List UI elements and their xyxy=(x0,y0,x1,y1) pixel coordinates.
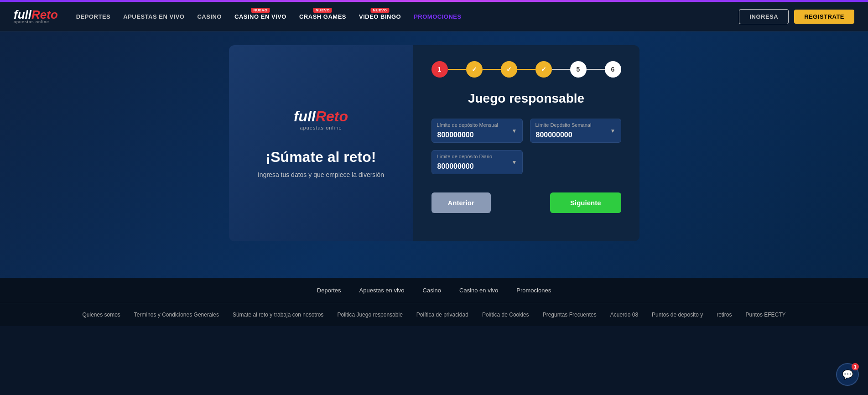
chat-button[interactable]: 1 💬 xyxy=(836,363,859,386)
footer-politica-cookies[interactable]: Política de Cookies xyxy=(482,312,529,318)
panel-logo-sub: apuestas online xyxy=(294,125,348,130)
video-bingo-badge: NUEVO xyxy=(371,8,390,13)
form-group-semanal: Límite Depósito Semanal 800000000 ▼ xyxy=(530,119,621,143)
footer-quienes[interactable]: Quienes somos xyxy=(82,312,120,318)
deposito-mensual-select[interactable]: 800000000 xyxy=(431,119,523,143)
registrate-button[interactable]: REGISTRATE xyxy=(794,10,854,24)
form-group-mensual: Límite de depósito Mensual 800000000 ▼ xyxy=(431,119,523,143)
step-4-check: ✓ xyxy=(541,66,546,73)
footer-puntos-efecty[interactable]: Puntos EFECTY xyxy=(746,312,786,318)
footer-terminos[interactable]: Terminos y Condiciones Generales xyxy=(134,312,219,318)
step-2: ✓ xyxy=(466,61,483,78)
footer-puntos-deposito[interactable]: Puntos de deposito y xyxy=(652,312,703,318)
content-wrapper: fullReto apuestas online ¡Súmate al reto… xyxy=(229,45,639,241)
footer-link-deportes[interactable]: Deportes xyxy=(317,287,341,294)
step-2-check: ✓ xyxy=(472,66,477,73)
footer-acuerdo[interactable]: Acuerdo 08 xyxy=(610,312,638,318)
anterior-button[interactable]: Anterior xyxy=(431,192,491,213)
step-4: ✓ xyxy=(535,61,552,78)
footer-politica-juego[interactable]: Politica Juego responsable xyxy=(337,312,402,318)
deposito-diario-select[interactable]: 800000000 xyxy=(431,150,523,174)
panel-logo-full: full xyxy=(294,108,316,125)
crash-games-badge: NUEVO xyxy=(313,8,332,13)
chat-icon: 💬 xyxy=(842,369,853,380)
nav-item-deportes[interactable]: DEPORTES xyxy=(76,13,111,20)
form-row-1: Límite de depósito Mensual 800000000 ▼ L… xyxy=(431,119,621,143)
step-5: 5 xyxy=(570,61,587,78)
right-panel: 1 ✓ ✓ ✓ 5 6 Juego responsable xyxy=(413,45,639,241)
footer-bottom-links: Quienes somos Terminos y Condiciones Gen… xyxy=(0,303,868,326)
header: fullReto apuestas online DEPORTES APUEST… xyxy=(0,2,868,31)
footer-politica-privacidad[interactable]: Política de privacidad xyxy=(416,312,468,318)
steps-container: 1 ✓ ✓ ✓ 5 6 xyxy=(431,61,621,78)
casino-en-vivo-badge: NUEVO xyxy=(251,8,270,13)
header-buttons: INGRESA REGISTRATE xyxy=(739,9,854,24)
nav-item-casino[interactable]: CASINO xyxy=(197,13,222,20)
form-title: Juego responsable xyxy=(431,91,621,106)
main-nav: DEPORTES APUESTAS EN VIVO CASINO NUEVO C… xyxy=(76,13,739,20)
footer-link-promociones[interactable]: Promociones xyxy=(516,287,551,294)
form-row-2: Límite de depósito Diario 800000000 ▼ xyxy=(431,150,621,174)
logo[interactable]: fullReto apuestas online xyxy=(14,9,58,24)
panel-subtitle: Ingresa tus datos y que empiece la diver… xyxy=(258,171,384,178)
step-line-5-6 xyxy=(587,69,605,70)
footer-link-casino[interactable]: Casino xyxy=(423,287,441,294)
form-buttons: Anterior Siguiente xyxy=(431,192,621,213)
nav-item-casino-en-vivo[interactable]: NUEVO CASINO EN VIVO xyxy=(234,13,286,20)
step-3: ✓ xyxy=(501,61,517,78)
panel-logo-reto: Reto xyxy=(316,108,348,125)
form-group-diario: Límite de depósito Diario 800000000 ▼ xyxy=(431,150,523,174)
main-content: fullReto apuestas online ¡Súmate al reto… xyxy=(0,31,868,278)
panel-logo: fullReto apuestas online xyxy=(294,108,348,130)
footer-link-apuestas[interactable]: Apuestas en vivo xyxy=(359,287,405,294)
nav-item-apuestas-en-vivo[interactable]: APUESTAS EN VIVO xyxy=(123,13,184,20)
deposito-semanal-select[interactable]: 800000000 xyxy=(530,119,621,143)
chat-badge: 1 xyxy=(852,363,859,370)
nav-item-video-bingo[interactable]: NUEVO VIDEO BINGO xyxy=(359,13,401,20)
step-line-3-4 xyxy=(517,69,535,70)
footer-link-casino-vivo[interactable]: Casino en vivo xyxy=(459,287,498,294)
step-line-2-3 xyxy=(483,69,501,70)
step-line-1-2 xyxy=(448,69,466,70)
ingresa-button[interactable]: INGRESA xyxy=(739,9,789,24)
nav-item-promociones[interactable]: PROMOCIONES xyxy=(414,13,461,20)
step-3-check: ✓ xyxy=(506,66,512,73)
footer-sumate[interactable]: Súmate al reto y trabaja con nosotros xyxy=(233,312,323,318)
panel-title: ¡Súmate al reto! xyxy=(266,149,376,166)
nav-item-crash-games[interactable]: NUEVO CRASH GAMES xyxy=(299,13,346,20)
footer: Deportes Apuestas en vivo Casino Casino … xyxy=(0,278,868,326)
step-6: 6 xyxy=(605,61,621,78)
step-line-4-5 xyxy=(552,69,570,70)
step-1: 1 xyxy=(431,61,448,78)
left-panel: fullReto apuestas online ¡Súmate al reto… xyxy=(229,45,413,241)
siguiente-button[interactable]: Siguiente xyxy=(550,192,621,213)
footer-nav: Deportes Apuestas en vivo Casino Casino … xyxy=(0,278,868,303)
footer-preguntas[interactable]: Preguntas Frecuentes xyxy=(543,312,597,318)
footer-retiros[interactable]: retiros xyxy=(717,312,732,318)
